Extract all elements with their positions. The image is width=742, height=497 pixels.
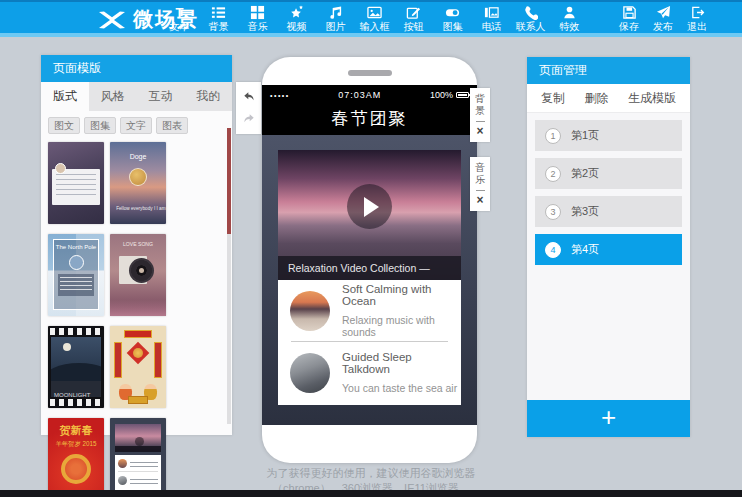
gallery-icon [484,5,499,20]
phone-speaker [348,70,392,76]
music-list-card: Soft Calming with Ocean Relaxing music w… [278,280,461,405]
status-time: 07:03AM [290,90,430,100]
page-manager-actions: 复制 删除 生成模版 [527,84,690,113]
avatar [55,163,66,174]
bottom-strip [0,490,742,497]
filter-album[interactable]: 图集 [84,117,116,134]
filter-text[interactable]: 文字 [120,117,152,134]
music-note-icon [328,5,343,20]
page-manager-title: 页面管理 [527,57,690,84]
save-icon [622,5,637,20]
track-thumbnail [290,291,330,331]
list-icon [211,5,226,20]
grid-icon [250,5,265,20]
layer-tab-music[interactable]: 音乐 × [470,157,490,211]
template-panel-title: 页面模版 [41,55,232,82]
avatar [69,255,84,270]
close-icon[interactable]: × [476,194,483,206]
publish-button[interactable]: 发布 [646,3,680,33]
copy-button[interactable]: 复制 [541,90,565,107]
page-item-2[interactable]: 2 第2页 [535,158,682,189]
template-filters: 图文 图集 文字 图表 [41,111,232,138]
page-content: Relaxation Video Collection — Soft Calmi… [262,135,477,425]
vinyl-record [129,258,154,283]
video-caption: Relaxation Video Collection — [278,256,461,280]
phone-icon [523,5,538,20]
divider [476,190,485,191]
delete-button[interactable]: 删除 [585,90,609,107]
template-doge[interactable]: Doge Fellow everybody I I am doge [110,142,166,224]
phone-screen: ••••• 07:03AM 100% 春节团聚 Relaxation Video… [262,85,477,425]
toolbar-item-button[interactable]: 按钮 [394,3,433,33]
redo-icon[interactable] [242,113,256,125]
edit-icon [406,5,421,20]
tab-interactive[interactable]: 互动 [137,82,185,111]
toolbar-items: T 文本 背景 音乐 视频 图片 输入框 按钮 图集 [160,3,589,33]
template-moonlight[interactable]: MOONLIGHT [48,326,104,408]
template-tabs: 版式 风格 互动 我的 [41,82,232,111]
divider [476,121,485,122]
track-item[interactable]: Guided Sleep Talkdown You can taste the … [278,342,461,403]
page-item-3[interactable]: 3 第3页 [535,196,682,227]
signal-dots: ••••• [270,92,290,99]
track-item[interactable]: Soft Calming with Ocean Relaxing music w… [278,280,461,341]
person-icon [562,5,577,20]
page-item-1[interactable]: 1 第1页 [535,120,682,151]
send-icon [656,5,671,20]
save-button[interactable]: 保存 [612,3,646,33]
page-number-badge: 2 [545,166,561,182]
toolbar-item-text[interactable]: T 文本 [160,3,199,33]
video-block[interactable]: Relaxation Video Collection — [278,150,461,280]
toolbar-item-effects[interactable]: 特效 [550,3,589,33]
toolbar-item-input[interactable]: 输入框 [355,3,394,33]
exit-button[interactable]: 退出 [680,3,714,33]
tab-layout[interactable]: 版式 [41,82,89,111]
template-new-year-couplets[interactable] [110,326,166,408]
moon [63,343,71,351]
tab-style[interactable]: 风格 [89,82,137,111]
template-north-pole[interactable]: The North Pole [48,234,104,316]
template-grid: Doge Fellow everybody I I am doge The No… [41,138,232,497]
top-toolbar: 微场景 T 文本 背景 音乐 视频 图片 输入框 按钮 [0,0,742,37]
battery-icon [456,92,469,98]
undo-icon[interactable] [242,91,256,103]
image-icon [367,5,382,20]
close-icon[interactable]: × [476,125,483,137]
exit-icon [690,5,705,20]
play-button[interactable] [347,184,392,229]
text-icon: T [172,5,187,20]
toolbar-item-picture[interactable]: 图片 [316,3,355,33]
page-item-4[interactable]: 4 第4页 [535,234,682,265]
tab-mine[interactable]: 我的 [184,82,232,111]
page-title[interactable]: 春节团聚 [262,105,477,135]
toolbar-item-background[interactable]: 背景 [199,3,238,33]
make-template-button[interactable]: 生成模版 [628,90,676,107]
template-profile-card[interactable] [48,142,104,224]
toolbar-item-video[interactable]: 视频 [277,3,316,33]
avatar [129,168,147,186]
phone-preview: ••••• 07:03AM 100% 春节团聚 Relaxation Video… [262,57,477,463]
history-panel [236,82,261,134]
logo-x-icon [97,9,127,31]
toolbar-item-album[interactable]: 图集 [433,3,472,33]
toolbar-right-items: 保存 发布 退出 [612,3,714,33]
page-number-badge: 4 [545,242,561,258]
template-panel: 页面模版 版式 风格 互动 我的 图文 图集 文字 图表 Doge Fellow… [41,55,232,435]
page-manager-panel: 页面管理 复制 删除 生成模版 1 第1页 2 第2页 3 第3页 4 第4页 … [527,57,690,437]
layer-tab-background[interactable]: 背景 × [470,88,490,142]
add-page-button[interactable]: + [527,400,690,437]
page-number-badge: 1 [545,128,561,144]
toolbar-item-contacts[interactable]: 联系人 [511,3,550,33]
page-number-badge: 3 [545,204,561,220]
play-icon [135,437,144,446]
filter-chart[interactable]: 图表 [156,117,188,134]
toolbar-item-telephone[interactable]: 电话 [472,3,511,33]
toggle-icon [445,5,460,20]
star-icon [289,5,304,20]
template-scrollbar-thumb[interactable] [227,128,231,234]
phone-statusbar: ••••• 07:03AM 100% [262,85,477,105]
template-love-song[interactable]: LOVE SONG [110,234,166,316]
battery-percent: 100% [430,90,453,100]
filter-image-text[interactable]: 图文 [48,117,80,134]
toolbar-item-music[interactable]: 音乐 [238,3,277,33]
